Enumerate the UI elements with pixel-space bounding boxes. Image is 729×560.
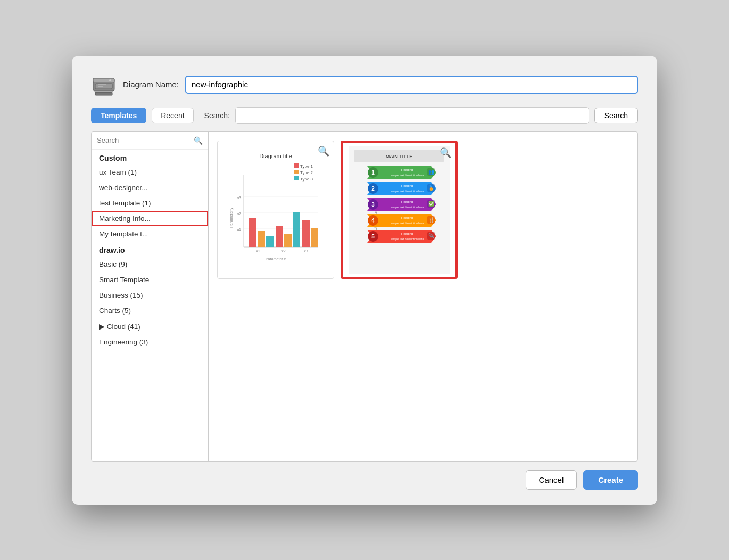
svg-text:sample text description here: sample text description here [391,174,424,177]
sidebar-item-ux-team[interactable]: ux Team (1) [92,164,208,180]
search-button[interactable]: Search [594,108,638,123]
svg-text:Heading: Heading [401,232,413,235]
recent-button[interactable]: Recent [152,108,193,123]
main-content: 🔍 Custom ux Team (1) web-designer... tes… [91,131,638,462]
svg-text:🍴: 🍴 [428,217,435,223]
svg-rect-25 [284,234,292,247]
svg-text:2: 2 [371,186,375,192]
svg-text:📎: 📎 [428,233,435,239]
sidebar-search-input[interactable] [97,136,194,144]
sidebar-item-web-designer[interactable]: web-designer... [92,180,208,195]
header-row: Diagram Name: [91,73,638,96]
sidebar-item-cloud[interactable]: ▶ Cloud (41) [92,318,208,334]
sidebar-item-my-template[interactable]: My template t... [92,226,208,242]
zoom-icon-chart: 🔍 [318,145,329,157]
template-grid: 🔍 Diagram title Type 1 Type 2 Type 3 Par… [209,132,637,461]
create-button[interactable]: Create [583,470,638,490]
template-card-infographic[interactable]: 🔍 MAIN TITLE Additional text 1 Heading [341,141,458,279]
dialog: Diagram Name: Templates Recent Search: S… [72,56,657,505]
svg-rect-10 [294,170,299,174]
sidebar-item-marketing-info[interactable]: Marketing Info... [92,211,208,226]
svg-text:4: 4 [371,218,375,224]
diagram-name-input[interactable] [185,76,638,94]
svg-text:🏅: 🏅 [428,185,435,191]
template-card-chart[interactable]: 🔍 Diagram title Type 1 Type 2 Type 3 Par… [217,141,334,279]
toolbar-row: Templates Recent Search: Search [91,107,638,124]
zoom-icon-infographic: 🔍 [440,147,451,159]
templates-button[interactable]: Templates [91,108,146,123]
svg-text:Heading: Heading [401,168,413,171]
svg-text:sample text description here: sample text description here [391,190,424,193]
svg-text:Heading: Heading [401,184,413,187]
svg-text:5: 5 [371,234,375,240]
svg-text:sample text description here: sample text description here [391,237,424,241]
svg-text:x2: x2 [281,249,286,253]
svg-rect-28 [311,228,318,247]
svg-text:x3: x3 [304,249,308,253]
search-input-top[interactable] [235,107,589,124]
chart-svg: Diagram title Type 1 Type 2 Type 3 Param… [225,149,326,271]
svg-text:Diagram title: Diagram title [259,153,292,159]
svg-rect-21 [249,218,256,247]
svg-rect-22 [258,231,265,247]
sidebar-item-charts[interactable]: Charts (5) [92,303,208,318]
svg-rect-12 [294,176,299,180]
sidebar-item-test-template[interactable]: test template (1) [92,195,208,211]
sidebar: 🔍 Custom ux Team (1) web-designer... tes… [92,132,209,461]
sidebar-item-engineering[interactable]: Engineering (3) [92,334,208,350]
search-label: Search: [204,111,230,120]
sidebar-header-drawio: draw.io [92,242,208,257]
svg-rect-24 [276,226,283,247]
svg-text:Type 3: Type 3 [300,177,313,182]
svg-text:1: 1 [371,170,375,176]
sidebar-item-business[interactable]: Business (15) [92,287,208,303]
sidebar-search-icon: 🔍 [194,136,203,145]
diagram-name-label: Diagram Name: [123,80,179,89]
svg-text:3: 3 [371,202,375,208]
svg-text:x1: x1 [256,249,260,253]
sidebar-item-basic[interactable]: Basic (9) [92,257,208,272]
svg-point-3 [109,79,111,81]
svg-text:Type 2: Type 2 [300,170,313,175]
svg-rect-8 [294,163,299,168]
svg-text:Parameter x: Parameter x [266,257,286,261]
svg-text:sample text description here: sample text description here [391,221,424,225]
disk-icon [91,73,117,96]
svg-text:Parameter y: Parameter y [229,207,234,228]
footer-row: Cancel Create [91,470,638,490]
svg-text:sample text description here: sample text description here [391,205,424,209]
svg-rect-26 [293,212,300,247]
svg-text:✅: ✅ [428,201,435,207]
infographic-svg: MAIN TITLE Additional text 1 Heading sam… [349,146,450,274]
svg-text:Type 1: Type 1 [300,164,313,169]
sidebar-search-row: 🔍 [92,132,208,150]
svg-rect-4 [95,92,112,95]
svg-text:👥: 👥 [428,169,435,175]
sidebar-item-smart-template[interactable]: Smart Template [92,272,208,287]
cancel-button[interactable]: Cancel [526,470,577,490]
svg-text:a3: a3 [237,196,241,200]
svg-text:Heading: Heading [401,200,413,203]
sidebar-header-custom: Custom [92,150,208,164]
svg-text:Heading: Heading [401,216,413,219]
svg-rect-27 [302,220,310,247]
svg-rect-23 [266,236,274,247]
svg-text:a2: a2 [237,212,241,216]
svg-text:MAIN TITLE: MAIN TITLE [386,154,413,159]
svg-text:a1: a1 [237,228,241,232]
